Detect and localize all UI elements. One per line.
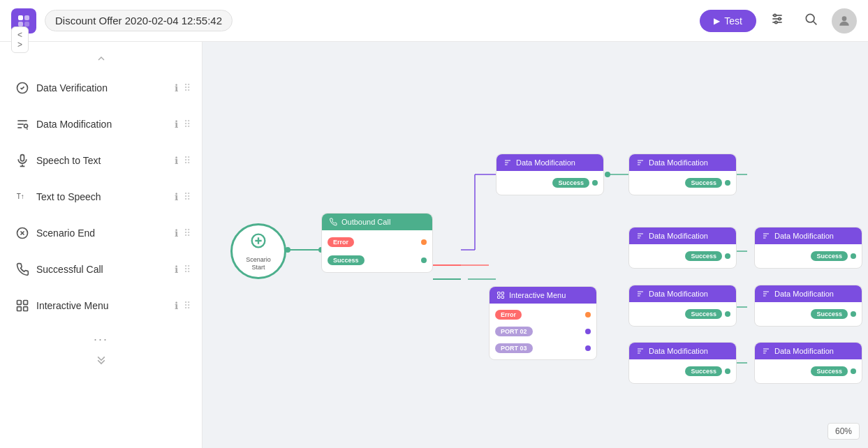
dm-node-1[interactable]: Data Modification Success [496, 154, 604, 195]
success-dot [421, 257, 427, 263]
info-icon-3[interactable]: ℹ [175, 191, 178, 202]
dm-body-7: Success [629, 359, 736, 383]
error-badge: Error [328, 237, 354, 247]
svg-line-11 [814, 22, 817, 25]
svg-rect-63 [498, 296, 501, 299]
canvas[interactable]: Scenario Start Outbound Call Error Succe… [203, 42, 868, 448]
dot-8 [851, 368, 856, 374]
scenario-start-label: Scenario Start [243, 256, 274, 271]
zoom-badge[interactable]: 60% [827, 423, 860, 440]
outbound-call-label: Outbound Call [341, 218, 390, 226]
test-button[interactable]: ▶ Test [700, 10, 756, 32]
dot-6 [851, 311, 856, 317]
svg-rect-26 [24, 307, 28, 311]
success-badge-8: Success [811, 366, 848, 376]
dm-body-5: Success [629, 302, 736, 326]
sidebar-toggle-button[interactable]: < > [11, 27, 29, 53]
search-icon[interactable] [798, 9, 823, 32]
scenario-end-icon [11, 222, 34, 244]
info-icon-1[interactable]: ℹ [175, 119, 178, 130]
port02-dot [585, 329, 591, 334]
outbound-call-node[interactable]: Outbound Call Error Success [321, 213, 433, 273]
info-icon-6[interactable]: ℹ [175, 300, 178, 311]
dm-node-6[interactable]: Data Modification Success [754, 285, 862, 327]
sidebar-item-speech-to-text[interactable]: Speech to Text ℹ ⠿ [0, 142, 202, 179]
dm-header-7: Data Modification [629, 343, 736, 359]
dm-label-4: Data Modification [774, 232, 834, 240]
success-badge-7: Success [685, 366, 722, 376]
dm-body-8: Success [755, 359, 862, 383]
sidebar-item-label: Data Modification [36, 119, 175, 130]
dm-label-1: Data Modification [516, 158, 575, 167]
dot-4 [851, 253, 856, 259]
drag-handle-6[interactable]: ⠿ [184, 300, 191, 311]
scenario-start-node[interactable]: Scenario Start [230, 223, 286, 279]
dm-label-5: Data Modification [649, 290, 708, 298]
dm-node-2[interactable]: Data Modification Success [628, 154, 737, 195]
dm-body-1: Success [496, 171, 603, 195]
success-badge-4: Success [811, 251, 848, 261]
sidebar-item-label: Speech to Text [36, 155, 175, 166]
svg-rect-62 [501, 292, 504, 295]
sidebar-item-scenario-end[interactable]: Scenario End ℹ ⠿ [0, 215, 202, 251]
drag-handle-3[interactable]: ⠿ [184, 191, 191, 202]
sidebar-item-successful-call[interactable]: Successful Call ℹ ⠿ [0, 251, 202, 288]
speech-to-text-icon [11, 149, 34, 172]
settings-icon[interactable] [765, 9, 790, 32]
drag-handle-4[interactable]: ⠿ [184, 227, 191, 239]
interactive-menu-node[interactable]: Interactive Menu Error PORT 02 PORT 03 [489, 286, 597, 360]
sidebar-item-data-modification[interactable]: Data Modification ℹ ⠿ [0, 106, 202, 142]
dm-node-3[interactable]: Data Modification Success [628, 227, 737, 269]
svg-rect-24 [24, 301, 28, 305]
im-label: Interactive Menu [509, 291, 566, 299]
info-icon-5[interactable]: ℹ [175, 264, 178, 275]
dot-7 [725, 368, 730, 374]
sidebar-item-label: Successful Call [36, 264, 175, 275]
sidebar-item-text-to-speech[interactable]: T↑ Text to Speech ℹ ⠿ [0, 179, 202, 215]
dm-header-1: Data Modification [496, 154, 603, 171]
dm-header-3: Data Modification [629, 227, 736, 244]
header-title[interactable]: Discount Offer 2020-02-04 12:55:42 [45, 10, 233, 31]
port03-badge: PORT 03 [495, 343, 533, 353]
avatar[interactable] [832, 8, 857, 33]
im-error-dot [585, 312, 591, 318]
im-body: Error PORT 02 PORT 03 [490, 304, 596, 359]
sidebar-item-label: Data Verification [36, 82, 175, 94]
dm-node-7[interactable]: Data Modification Success [628, 342, 737, 384]
dm-node-8[interactable]: Data Modification Success [754, 342, 862, 384]
data-modification-icon [11, 113, 34, 135]
sidebar-item-interactive-menu[interactable]: Interactive Menu ℹ ⠿ [0, 288, 202, 324]
sidebar: Data Verification ℹ ⠿ Data Modification … [0, 42, 203, 448]
sidebar-expand-button[interactable] [0, 350, 202, 372]
dm-header-4: Data Modification [755, 227, 862, 244]
dm-label-3: Data Modification [649, 232, 708, 240]
svg-point-36 [605, 172, 610, 177]
success-badge-1: Success [552, 178, 589, 188]
dm-label-8: Data Modification [774, 347, 834, 355]
drag-handle-1[interactable]: ⠿ [184, 119, 191, 130]
svg-point-9 [775, 21, 777, 23]
im-header: Interactive Menu [490, 287, 596, 304]
svg-rect-0 [18, 15, 23, 20]
svg-rect-61 [498, 292, 501, 295]
svg-rect-3 [24, 22, 29, 27]
sidebar-more-button[interactable]: ... [0, 324, 202, 350]
success-badge-6: Success [811, 309, 848, 319]
success-badge-3: Success [685, 251, 722, 261]
drag-handle-5[interactable]: ⠿ [184, 264, 191, 275]
info-icon-0[interactable]: ℹ [175, 82, 178, 94]
port02-badge: PORT 02 [495, 327, 533, 336]
sidebar-item-data-verification[interactable]: Data Verification ℹ ⠿ [0, 70, 202, 106]
drag-handle-2[interactable]: ⠿ [184, 155, 191, 166]
drag-handle-0[interactable]: ⠿ [184, 82, 191, 94]
dm-node-4[interactable]: Data Modification Success [754, 227, 862, 269]
dm-node-5[interactable]: Data Modification Success [628, 285, 737, 327]
info-icon-4[interactable]: ℹ [175, 227, 178, 239]
svg-point-10 [806, 14, 814, 22]
text-to-speech-icon: T↑ [11, 186, 34, 208]
play-icon: ▶ [714, 16, 720, 26]
outbound-call-body: Error Success [322, 230, 432, 272]
info-icon-2[interactable]: ℹ [175, 155, 178, 166]
sidebar-scroll-up[interactable] [0, 47, 202, 70]
dm-body-3: Success [629, 244, 736, 268]
